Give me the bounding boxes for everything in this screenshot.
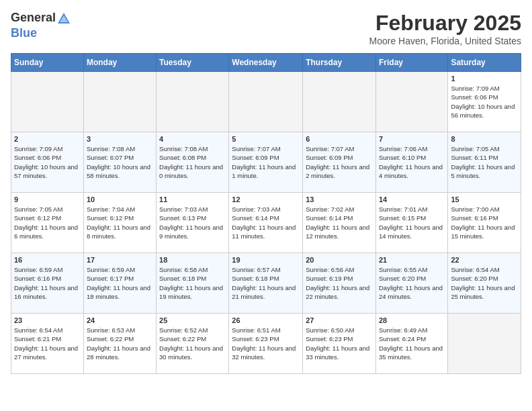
weekday-header-monday: Monday — [83, 54, 156, 72]
logo: General Blue — [11, 11, 72, 40]
day-info: Sunrise: 7:01 AM Sunset: 6:15 PM Dayligh… — [379, 205, 445, 240]
day-cell-14: 14Sunrise: 7:01 AM Sunset: 6:15 PM Dayli… — [375, 193, 447, 253]
empty-cell — [375, 72, 447, 132]
day-number: 14 — [379, 195, 445, 203]
empty-cell — [303, 72, 376, 132]
logo-blue: Blue — [11, 26, 37, 40]
day-info: Sunrise: 6:56 AM Sunset: 6:19 PM Dayligh… — [306, 265, 373, 301]
day-number: 3 — [87, 135, 153, 143]
day-number: 5 — [232, 135, 300, 143]
logo-icon — [56, 11, 71, 26]
day-info: Sunrise: 7:09 AM Sunset: 6:06 PM Dayligh… — [451, 84, 518, 120]
day-cell-6: 6Sunrise: 7:07 AM Sunset: 6:09 PM Daylig… — [303, 132, 376, 193]
day-cell-11: 11Sunrise: 7:03 AM Sunset: 6:13 PM Dayli… — [157, 193, 229, 253]
day-info: Sunrise: 7:08 AM Sunset: 6:08 PM Dayligh… — [159, 144, 226, 180]
empty-cell — [448, 314, 521, 374]
day-number: 28 — [379, 316, 445, 324]
day-number: 20 — [306, 256, 373, 264]
day-number: 11 — [159, 195, 226, 203]
day-info: Sunrise: 6:52 AM Sunset: 6:22 PM Dayligh… — [159, 326, 226, 361]
calendar-week-5: 23Sunrise: 6:54 AM Sunset: 6:21 PM Dayli… — [11, 314, 521, 374]
weekday-header-sunday: Sunday — [11, 54, 84, 72]
logo-general: General — [11, 11, 56, 24]
day-cell-20: 20Sunrise: 6:56 AM Sunset: 6:19 PM Dayli… — [303, 253, 376, 314]
day-info: Sunrise: 7:00 AM Sunset: 6:16 PM Dayligh… — [451, 205, 518, 240]
day-number: 15 — [451, 195, 518, 203]
day-number: 27 — [306, 316, 373, 324]
empty-cell — [229, 72, 303, 132]
day-number: 25 — [159, 316, 226, 324]
day-cell-10: 10Sunrise: 7:04 AM Sunset: 6:12 PM Dayli… — [83, 193, 156, 253]
day-cell-28: 28Sunrise: 6:49 AM Sunset: 6:24 PM Dayli… — [375, 314, 447, 374]
day-number: 21 — [379, 256, 445, 264]
day-number: 13 — [306, 195, 373, 203]
day-info: Sunrise: 6:57 AM Sunset: 6:18 PM Dayligh… — [232, 265, 300, 301]
day-info: Sunrise: 6:54 AM Sunset: 6:20 PM Dayligh… — [451, 265, 518, 301]
day-cell-16: 16Sunrise: 6:59 AM Sunset: 6:16 PM Dayli… — [11, 253, 84, 314]
day-number: 1 — [451, 75, 518, 83]
day-cell-4: 4Sunrise: 7:08 AM Sunset: 6:08 PM Daylig… — [157, 132, 229, 193]
day-cell-23: 23Sunrise: 6:54 AM Sunset: 6:21 PM Dayli… — [11, 314, 84, 374]
day-info: Sunrise: 6:49 AM Sunset: 6:24 PM Dayligh… — [379, 326, 445, 361]
day-info: Sunrise: 7:08 AM Sunset: 6:07 PM Dayligh… — [87, 144, 153, 180]
empty-cell — [157, 72, 229, 132]
day-cell-22: 22Sunrise: 6:54 AM Sunset: 6:20 PM Dayli… — [448, 253, 521, 314]
day-cell-27: 27Sunrise: 6:50 AM Sunset: 6:23 PM Dayli… — [303, 314, 376, 374]
day-number: 6 — [306, 135, 373, 143]
calendar-table: SundayMondayTuesdayWednesdayThursdayFrid… — [11, 53, 521, 374]
day-info: Sunrise: 6:59 AM Sunset: 6:16 PM Dayligh… — [14, 265, 81, 301]
day-number: 8 — [451, 135, 518, 143]
day-info: Sunrise: 6:53 AM Sunset: 6:22 PM Dayligh… — [87, 326, 153, 361]
day-info: Sunrise: 6:59 AM Sunset: 6:17 PM Dayligh… — [87, 265, 153, 301]
day-info: Sunrise: 7:05 AM Sunset: 6:12 PM Dayligh… — [14, 205, 81, 240]
day-info: Sunrise: 7:02 AM Sunset: 6:14 PM Dayligh… — [306, 205, 373, 240]
weekday-header-row: SundayMondayTuesdayWednesdayThursdayFrid… — [11, 54, 521, 72]
day-number: 4 — [159, 135, 226, 143]
day-cell-1: 1Sunrise: 7:09 AM Sunset: 6:06 PM Daylig… — [448, 72, 521, 132]
weekday-header-thursday: Thursday — [303, 54, 376, 72]
day-cell-7: 7Sunrise: 7:06 AM Sunset: 6:10 PM Daylig… — [375, 132, 447, 193]
day-info: Sunrise: 7:04 AM Sunset: 6:12 PM Dayligh… — [87, 205, 153, 240]
day-cell-5: 5Sunrise: 7:07 AM Sunset: 6:09 PM Daylig… — [229, 132, 303, 193]
day-info: Sunrise: 6:50 AM Sunset: 6:23 PM Dayligh… — [306, 326, 373, 361]
day-info: Sunrise: 6:58 AM Sunset: 6:18 PM Dayligh… — [159, 265, 226, 301]
day-cell-3: 3Sunrise: 7:08 AM Sunset: 6:07 PM Daylig… — [83, 132, 156, 193]
day-info: Sunrise: 7:06 AM Sunset: 6:10 PM Dayligh… — [379, 144, 445, 180]
day-info: Sunrise: 6:51 AM Sunset: 6:23 PM Dayligh… — [232, 326, 300, 361]
day-cell-12: 12Sunrise: 7:03 AM Sunset: 6:14 PM Dayli… — [229, 193, 303, 253]
calendar-week-2: 2Sunrise: 7:09 AM Sunset: 6:06 PM Daylig… — [11, 132, 521, 193]
day-cell-2: 2Sunrise: 7:09 AM Sunset: 6:06 PM Daylig… — [11, 132, 84, 193]
weekday-header-saturday: Saturday — [448, 54, 521, 72]
day-number: 19 — [232, 256, 300, 264]
day-cell-15: 15Sunrise: 7:00 AM Sunset: 6:16 PM Dayli… — [448, 193, 521, 253]
day-info: Sunrise: 7:07 AM Sunset: 6:09 PM Dayligh… — [232, 144, 300, 180]
day-info: Sunrise: 7:03 AM Sunset: 6:14 PM Dayligh… — [232, 205, 300, 240]
day-number: 10 — [87, 195, 153, 203]
calendar-week-4: 16Sunrise: 6:59 AM Sunset: 6:16 PM Dayli… — [11, 253, 521, 314]
day-info: Sunrise: 6:54 AM Sunset: 6:21 PM Dayligh… — [14, 326, 81, 361]
day-info: Sunrise: 7:03 AM Sunset: 6:13 PM Dayligh… — [159, 205, 226, 240]
day-number: 24 — [87, 316, 153, 324]
day-number: 22 — [451, 256, 518, 264]
day-cell-17: 17Sunrise: 6:59 AM Sunset: 6:17 PM Dayli… — [83, 253, 156, 314]
day-cell-8: 8Sunrise: 7:05 AM Sunset: 6:11 PM Daylig… — [448, 132, 521, 193]
empty-cell — [83, 72, 156, 132]
day-cell-26: 26Sunrise: 6:51 AM Sunset: 6:23 PM Dayli… — [229, 314, 303, 374]
day-cell-18: 18Sunrise: 6:58 AM Sunset: 6:18 PM Dayli… — [157, 253, 229, 314]
day-number: 16 — [14, 256, 81, 264]
weekday-header-friday: Friday — [375, 54, 447, 72]
day-info: Sunrise: 7:09 AM Sunset: 6:06 PM Dayligh… — [14, 144, 81, 180]
day-number: 2 — [14, 135, 81, 143]
day-info: Sunrise: 7:07 AM Sunset: 6:09 PM Dayligh… — [306, 144, 373, 180]
weekday-header-wednesday: Wednesday — [229, 54, 303, 72]
day-info: Sunrise: 7:05 AM Sunset: 6:11 PM Dayligh… — [451, 144, 518, 180]
empty-cell — [11, 72, 84, 132]
calendar-week-1: 1Sunrise: 7:09 AM Sunset: 6:06 PM Daylig… — [11, 72, 521, 132]
day-number: 12 — [232, 195, 300, 203]
day-number: 26 — [232, 316, 300, 324]
day-cell-19: 19Sunrise: 6:57 AM Sunset: 6:18 PM Dayli… — [229, 253, 303, 314]
weekday-header-tuesday: Tuesday — [157, 54, 229, 72]
day-info: Sunrise: 6:55 AM Sunset: 6:20 PM Dayligh… — [379, 265, 445, 301]
month-year: February 2025 — [369, 11, 521, 36]
day-cell-24: 24Sunrise: 6:53 AM Sunset: 6:22 PM Dayli… — [83, 314, 156, 374]
